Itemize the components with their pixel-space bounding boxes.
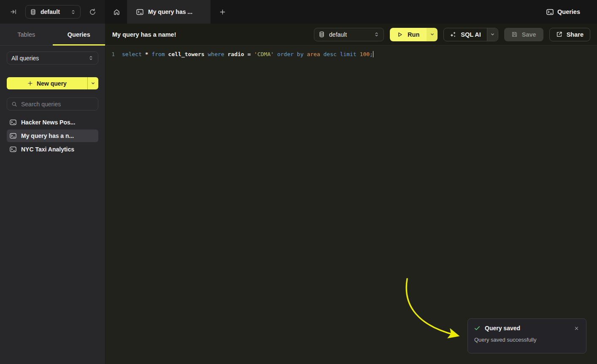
run-button[interactable]: Run: [390, 28, 438, 41]
queries-icon: [546, 9, 554, 15]
share-label: Share: [567, 31, 583, 38]
chevron-updown-icon: [374, 32, 379, 37]
save-label: Save: [522, 31, 536, 38]
home-icon[interactable]: [110, 5, 123, 19]
chevron-down-icon: [91, 81, 95, 86]
chevron-updown-icon: [70, 9, 76, 15]
sql-editor[interactable]: 1 select * from cell_towers where radio …: [105, 46, 597, 364]
queries-panel-label: Queries: [557, 8, 580, 15]
share-icon: [556, 31, 562, 38]
query-filter-selector[interactable]: All queries: [7, 51, 98, 65]
query-item-label: Hacker News Pos...: [21, 119, 75, 126]
toolbar-actions: default: [314, 28, 590, 41]
sql-ai-label: SQL AI: [461, 31, 481, 38]
tab-title: My query has ...: [148, 8, 192, 15]
toast-header: Query saved: [474, 324, 580, 332]
topbar-sidebar-section: default: [0, 0, 105, 24]
sidebar-tabs: Tables Queries: [0, 24, 105, 46]
tab-queries[interactable]: Queries: [53, 24, 105, 45]
run-options-dropdown[interactable]: [427, 28, 438, 41]
query-list-item[interactable]: NYC Taxi Analytics: [7, 143, 98, 156]
topbar-main-section: My query has ... Queries: [105, 0, 597, 24]
query-list: Hacker News Pos... My query has a n...: [7, 116, 98, 156]
database-selector-value: default: [41, 8, 60, 15]
search-icon: [11, 101, 17, 107]
play-icon: [397, 32, 403, 38]
save-icon: [511, 31, 518, 38]
database-selector-value: default: [329, 31, 347, 38]
sql-console-screen: default: [0, 0, 597, 364]
run-label: Run: [408, 31, 419, 38]
queries-panel-button[interactable]: Queries: [546, 8, 580, 15]
sidebar-content: All queries New query: [0, 46, 105, 156]
sql-ai-main[interactable]: SQL AI: [444, 28, 487, 41]
new-query-dropdown[interactable]: [87, 77, 98, 89]
database-icon: [319, 31, 325, 38]
new-tab-plus-icon[interactable]: [216, 6, 228, 18]
query-item-label: NYC Taxi Analytics: [21, 146, 74, 153]
terminal-icon: [10, 146, 16, 152]
line-number: 1: [105, 51, 122, 57]
sql-ai-button[interactable]: SQL AI: [443, 28, 498, 41]
plus-icon: [27, 81, 33, 86]
refresh-icon[interactable]: [86, 6, 98, 18]
query-filter-value: All queries: [11, 55, 39, 62]
main-panel: My query has a name! default: [105, 24, 597, 364]
close-icon[interactable]: [573, 324, 580, 332]
query-toolbar: My query has a name! default: [105, 24, 597, 46]
database-icon: [30, 9, 36, 15]
body: Tables Queries All queries: [0, 24, 597, 364]
search-queries-input[interactable]: [21, 101, 97, 108]
code-line[interactable]: 1 select * from cell_towers where radio …: [105, 50, 597, 58]
toast-message: Query saved successfully: [474, 337, 580, 343]
sql-code[interactable]: select * from cell_towers where radio = …: [122, 51, 373, 57]
new-query-button[interactable]: New query: [7, 77, 98, 89]
terminal-icon: [10, 133, 16, 139]
new-query-label: New query: [37, 80, 67, 87]
chevron-updown-icon: [88, 55, 94, 61]
tab-tables[interactable]: Tables: [0, 24, 53, 45]
toast-title: Query saved: [485, 325, 520, 332]
terminal-icon: [10, 119, 16, 125]
share-button[interactable]: Share: [549, 28, 590, 41]
query-list-item-selected[interactable]: My query has a n...: [7, 129, 98, 142]
chevron-down-icon: [430, 32, 435, 37]
check-icon: [474, 325, 481, 332]
new-query-main[interactable]: New query: [7, 77, 87, 89]
query-list-item[interactable]: Hacker News Pos...: [7, 116, 98, 129]
database-selector-topbar[interactable]: default: [25, 5, 81, 19]
topbar: default: [0, 0, 597, 24]
database-selector-toolbar[interactable]: default: [314, 28, 384, 41]
sparkles-icon: [450, 31, 457, 38]
terminal-icon: [136, 9, 143, 15]
sidebar: Tables Queries All queries: [0, 24, 105, 364]
text-cursor: [373, 51, 374, 57]
query-title[interactable]: My query has a name!: [112, 31, 176, 38]
search-queries-box: [7, 97, 98, 111]
chevron-down-icon: [490, 32, 495, 37]
toast-query-saved: Query saved Query saved successfully: [467, 318, 586, 353]
save-button[interactable]: Save: [504, 28, 543, 41]
tab-my-query[interactable]: My query has ...: [127, 0, 211, 24]
query-item-label: My query has a n...: [21, 132, 74, 139]
collapse-sidebar-icon[interactable]: [8, 6, 19, 18]
run-button-main[interactable]: Run: [390, 28, 427, 41]
sql-ai-dropdown[interactable]: [487, 28, 498, 41]
